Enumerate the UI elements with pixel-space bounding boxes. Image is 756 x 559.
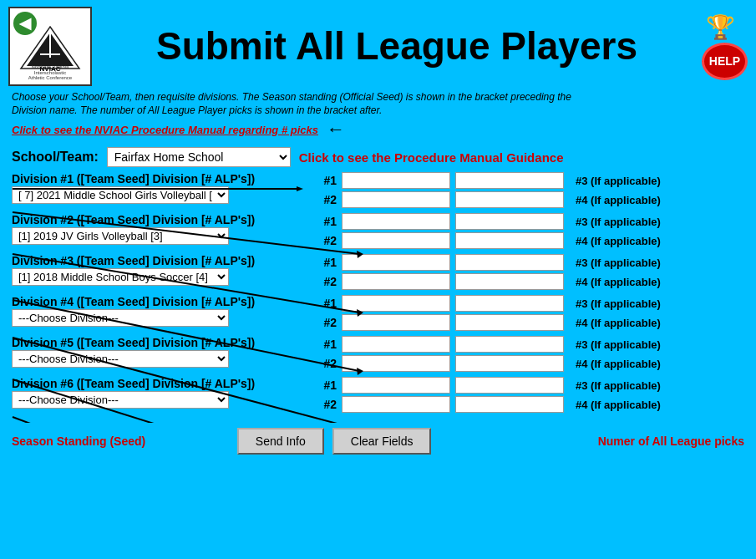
d1-applicable4: #4 (If applicable)	[576, 194, 661, 206]
division-2-block: Division #2 ([Team Seed] Division [# ALP…	[12, 213, 744, 249]
division-2-header: Division #2 ([Team Seed] Division [# ALP…	[12, 213, 308, 226]
d3-input2[interactable]	[342, 273, 450, 290]
d1-applicable3: #3 (If applicable)	[576, 175, 661, 187]
d1-input1[interactable]	[342, 172, 450, 189]
d5-input1b[interactable]	[455, 336, 564, 353]
d1-input2b[interactable]	[455, 191, 564, 208]
division-6-header: Division #6 ([Team Seed] Division [# ALP…	[12, 377, 308, 390]
division-2-select[interactable]: [1] 2019 JV Girls Volleyball [3]	[12, 227, 229, 245]
school-label: School/Team:	[12, 150, 99, 165]
division-1-select[interactable]: [ 7] 2021 Middle School Girls Volleyball…	[12, 186, 229, 204]
d3-input1b[interactable]	[455, 254, 564, 271]
d2-applicable3: #3 (If applicable)	[576, 216, 661, 228]
d4-num2-label: #2	[317, 316, 337, 329]
d4-applicable3: #3 (If applicable)	[576, 297, 661, 310]
division-3-block: Division #3 ([Team Seed] Division [# ALP…	[12, 254, 744, 290]
d1-num2-label: #2	[317, 193, 337, 206]
main-content: Division #1 ([Team Seed] Division [# ALP…	[0, 170, 756, 423]
d3-applicable4: #4 (If applicable)	[576, 276, 661, 288]
d6-applicable3: #3 (If applicable)	[576, 379, 661, 392]
division-6-block: Division #6 ([Team Seed] Division [# ALP…	[12, 377, 744, 413]
d3-input2b[interactable]	[455, 273, 564, 290]
school-select[interactable]: Fairfax Home School	[107, 147, 291, 167]
logo-box: ◀ NVIAC Northern VirginiaInterscholastic…	[8, 7, 92, 86]
division-5-block: Division #5 ([Team Seed] Division [# ALP…	[12, 336, 744, 372]
division-4-block: Division #4 ([Team Seed] Division [# ALP…	[12, 295, 744, 331]
proc-guidance-text[interactable]: Click to see the Procedure Manual Guidan…	[299, 150, 564, 165]
d3-num2-label: #2	[317, 275, 337, 288]
num-picks-label: Numer of All League picks	[598, 434, 744, 448]
d1-num1-label: #1	[317, 174, 337, 187]
division-6-select[interactable]: ---Choose Division---	[12, 391, 229, 409]
instructions: Choose your School/Team, then requisite …	[0, 89, 756, 117]
division-3-select[interactable]: [1] 2018 Middle School Boys Soccer [4]	[12, 268, 229, 286]
division-1-block: Division #1 ([Team Seed] Division [# ALP…	[12, 172, 744, 208]
d2-num1-label: #1	[317, 215, 337, 228]
division-1-header: Division #1 ([Team Seed] Division [# ALP…	[12, 172, 308, 185]
svg-line-17	[13, 417, 359, 423]
d5-applicable4: #4 (If applicable)	[576, 358, 661, 370]
d3-input1[interactable]	[342, 254, 450, 271]
d6-num2-label: #2	[317, 398, 337, 411]
division-4-header: Division #4 ([Team Seed] Division [# ALP…	[12, 295, 308, 308]
d3-applicable3: #3 (If applicable)	[576, 257, 661, 269]
d6-applicable4: #4 (If applicable)	[576, 399, 661, 411]
d5-applicable3: #3 (If applicable)	[576, 338, 661, 351]
d6-input1[interactable]	[342, 377, 450, 394]
footer: Season Standing (Seed) Send Info Clear F…	[0, 423, 756, 460]
d5-input1[interactable]	[342, 336, 450, 353]
clear-fields-button[interactable]: Clear Fields	[332, 428, 432, 455]
d2-applicable4: #4 (If applicable)	[576, 235, 661, 247]
division-4-select[interactable]: ---Choose Division---	[12, 309, 229, 327]
page-title: Submit All League Players	[109, 25, 685, 68]
d2-input1b[interactable]	[455, 213, 564, 230]
title-area: Submit All League Players	[100, 25, 693, 68]
division-5-select[interactable]: ---Choose Division---	[12, 350, 229, 368]
d4-input2[interactable]	[342, 314, 450, 331]
d5-num2-label: #2	[317, 357, 337, 370]
d5-input2b[interactable]	[455, 355, 564, 372]
d6-input2[interactable]	[342, 396, 450, 413]
send-info-button[interactable]: Send Info	[237, 428, 324, 455]
d4-num1-label: #1	[317, 297, 337, 310]
d2-input2[interactable]	[342, 232, 450, 249]
division-3-header: Division #3 ([Team Seed] Division [# ALP…	[12, 254, 308, 267]
d2-input1[interactable]	[342, 213, 450, 230]
d3-num1-label: #1	[317, 256, 337, 269]
season-standing-label: Season Standing (Seed)	[12, 434, 145, 448]
d6-input1b[interactable]	[455, 377, 564, 394]
arrow-icon: ←	[327, 119, 345, 140]
d2-num2-label: #2	[317, 234, 337, 247]
d5-num1-label: #1	[317, 338, 337, 351]
d2-input2b[interactable]	[455, 232, 564, 249]
d1-input1b[interactable]	[455, 172, 564, 189]
d4-input2b[interactable]	[455, 314, 564, 331]
d5-input2[interactable]	[342, 355, 450, 372]
help-button[interactable]: HELP	[702, 43, 748, 80]
d4-input1b[interactable]	[455, 295, 564, 312]
d4-applicable4: #4 (If applicable)	[576, 317, 661, 329]
proc-manual-link[interactable]: Click to see the NVIAC Procedure Manual …	[12, 124, 318, 136]
division-5-header: Division #5 ([Team Seed] Division [# ALP…	[12, 336, 308, 349]
d4-input1[interactable]	[342, 295, 450, 312]
back-button[interactable]: ◀	[13, 12, 37, 35]
d6-input2b[interactable]	[455, 396, 564, 413]
d1-input2[interactable]	[342, 191, 450, 208]
trophy-icon: 🏆	[706, 13, 735, 41]
d6-num1-label: #1	[317, 379, 337, 392]
